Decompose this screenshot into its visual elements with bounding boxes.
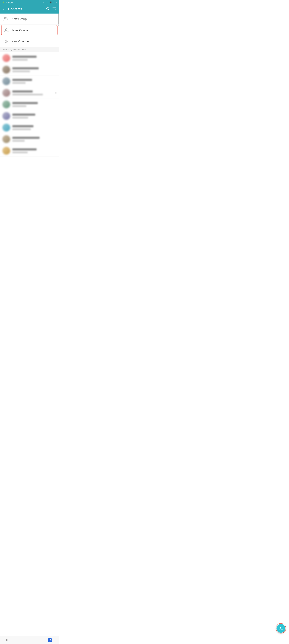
contact-info bbox=[12, 102, 56, 107]
contact-name bbox=[12, 148, 37, 150]
contacts-list: 9 bbox=[0, 52, 59, 169]
contact-info bbox=[12, 137, 56, 142]
gallery-icon: ⬛ bbox=[50, 2, 52, 4]
accessibility-nav-icon[interactable]: ♿ bbox=[48, 638, 53, 642]
contact-item[interactable] bbox=[0, 145, 59, 156]
contact-item[interactable]: 9 bbox=[0, 87, 59, 99]
new-contact-label: New Contact bbox=[12, 28, 30, 32]
new-channel-label: New Channel bbox=[12, 40, 30, 43]
avatar bbox=[3, 112, 10, 120]
contact-info bbox=[12, 114, 56, 118]
sorted-label: Sorted by last seen time bbox=[0, 47, 59, 52]
dot-icon: • bbox=[44, 2, 44, 3]
contact-name bbox=[12, 114, 35, 116]
time-display: ۱۱:۴۵ bbox=[53, 2, 57, 4]
contact-name bbox=[12, 67, 39, 69]
back-button[interactable]: ← bbox=[3, 7, 6, 11]
contact-sub bbox=[12, 117, 28, 118]
contact-name bbox=[12, 137, 40, 139]
avatar bbox=[3, 135, 10, 143]
contact-sub bbox=[12, 70, 30, 72]
sort-icon[interactable]: A bbox=[52, 7, 56, 12]
contact-sub bbox=[12, 128, 31, 130]
svg-point-7 bbox=[6, 17, 7, 19]
status-left: 🔋 ۴۹درصد ۴G bbox=[2, 2, 13, 4]
status-right: • ⊙ ✕ ⬛ ۱۱:۴۵ bbox=[44, 2, 57, 4]
avatar bbox=[3, 100, 10, 108]
contact-info bbox=[12, 56, 56, 60]
contact-name bbox=[12, 102, 38, 104]
forward-nav-icon[interactable]: › bbox=[35, 638, 36, 642]
person-add-icon bbox=[4, 28, 9, 33]
avatar bbox=[3, 124, 10, 132]
contact-name bbox=[12, 125, 34, 127]
svg-point-8 bbox=[6, 28, 7, 30]
contact-info bbox=[12, 67, 56, 72]
search-icon[interactable] bbox=[46, 7, 50, 12]
contact-sub bbox=[12, 140, 25, 142]
contact-item[interactable] bbox=[0, 122, 59, 134]
contact-name bbox=[12, 79, 32, 81]
header-icons: A bbox=[46, 7, 56, 12]
avatar bbox=[3, 77, 10, 85]
contact-item[interactable] bbox=[0, 110, 59, 122]
contact-name bbox=[12, 90, 33, 92]
contact-item[interactable] bbox=[0, 99, 59, 110]
home-nav-icon[interactable]: □ bbox=[20, 638, 22, 642]
avatar bbox=[3, 89, 10, 97]
contact-item[interactable] bbox=[0, 64, 59, 76]
contact-info bbox=[12, 90, 53, 95]
status-bar: 🔋 ۴۹درصد ۴G • ⊙ ✕ ⬛ ۱۱:۴۵ bbox=[0, 0, 59, 5]
instagram-icon: ⊙ bbox=[45, 2, 46, 4]
new-channel-item[interactable]: New Channel bbox=[0, 36, 59, 47]
contact-sub bbox=[12, 82, 26, 84]
avatar bbox=[3, 147, 10, 155]
bottom-nav: ⦀ □ › ♿ bbox=[0, 636, 59, 644]
signal-text: ۴۹درصد ۴G bbox=[5, 2, 13, 4]
contact-info bbox=[12, 125, 56, 130]
menu-nav-icon[interactable]: ⦀ bbox=[6, 638, 8, 642]
contact-sub bbox=[12, 94, 43, 95]
contact-item[interactable] bbox=[0, 134, 59, 145]
contact-name bbox=[12, 56, 37, 58]
svg-text:A: A bbox=[55, 9, 56, 10]
contact-sub bbox=[12, 105, 26, 107]
page-title: Contacts bbox=[8, 7, 44, 11]
avatar bbox=[3, 66, 10, 74]
contact-item[interactable] bbox=[0, 52, 59, 64]
menu-section: New Group New Contact New Channel bbox=[0, 14, 59, 47]
contact-info bbox=[12, 148, 56, 153]
svg-line-1 bbox=[49, 10, 49, 10]
avatar bbox=[3, 54, 10, 62]
megaphone-icon bbox=[3, 39, 9, 44]
group-icon bbox=[3, 16, 9, 22]
new-contact-item[interactable]: New Contact bbox=[1, 25, 58, 35]
contact-info bbox=[12, 79, 56, 84]
header: ← Contacts A bbox=[0, 5, 59, 14]
x-icon: ✕ bbox=[47, 2, 49, 4]
battery-icon: 🔋 bbox=[2, 2, 4, 4]
new-group-item[interactable]: New Group bbox=[0, 14, 59, 24]
contact-badge: 9 bbox=[55, 92, 56, 94]
new-group-label: New Group bbox=[12, 17, 27, 21]
contact-item[interactable] bbox=[0, 76, 59, 87]
contact-sub bbox=[12, 152, 28, 153]
svg-point-6 bbox=[4, 17, 6, 19]
contact-sub bbox=[12, 59, 28, 60]
